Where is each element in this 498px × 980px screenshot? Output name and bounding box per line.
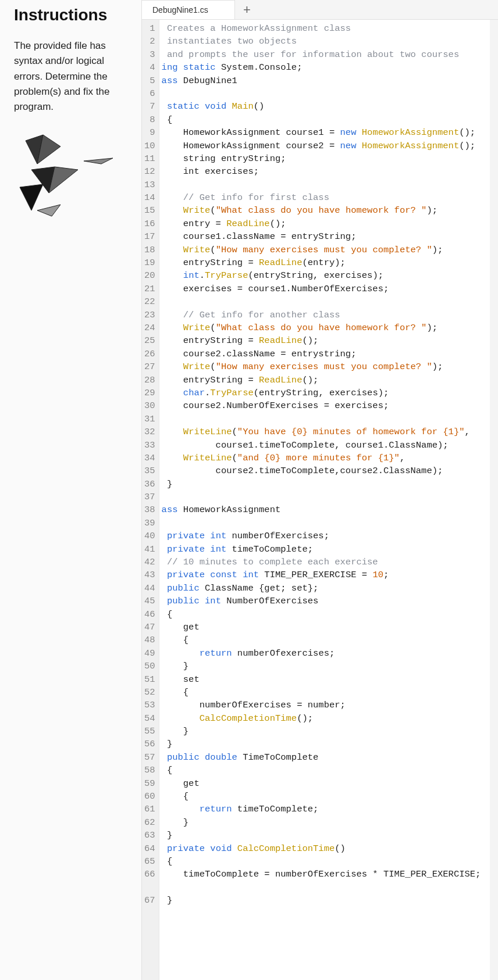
code-line[interactable]: Creates a HomeworkAssignment class xyxy=(162,22,498,35)
editor-panel: DebugNine1.cs + 123456789101112131415161… xyxy=(142,0,498,980)
code-line[interactable]: course2.className = entrystring; xyxy=(162,348,498,360)
code-line[interactable]: get xyxy=(162,621,498,634)
code-line[interactable]: course2.timeToComplete,course2.ClassName… xyxy=(162,464,498,477)
code-line[interactable]: course1.className = entryString; xyxy=(162,230,498,243)
code-line[interactable]: public ClassName {get; set}; xyxy=(162,582,498,595)
line-number: 54 xyxy=(144,712,155,725)
code-line[interactable]: and prompts the user for information abo… xyxy=(162,48,498,61)
code-line[interactable]: numberOfExercises = number; xyxy=(162,699,498,711)
code-line[interactable]: } xyxy=(162,816,498,829)
svg-marker-5 xyxy=(84,158,113,164)
line-number: 61 xyxy=(144,803,155,816)
svg-marker-6 xyxy=(37,205,61,216)
line-number: 19 xyxy=(144,256,155,269)
code-line[interactable]: static void Main() xyxy=(162,100,498,113)
code-line[interactable]: } xyxy=(162,660,498,673)
code-line[interactable]: { xyxy=(162,764,498,777)
code-line[interactable]: { xyxy=(162,608,498,621)
vertical-scrollbar[interactable] xyxy=(490,20,498,980)
code-line[interactable]: // Get info for first class xyxy=(162,191,498,204)
line-number: 29 xyxy=(144,387,155,399)
code-line[interactable]: ass HomeworkAssignment xyxy=(162,503,498,516)
code-line[interactable] xyxy=(162,517,498,530)
line-number: 2 xyxy=(144,35,155,48)
code-line[interactable]: private int timeToComplete; xyxy=(162,543,498,556)
code-line[interactable]: private void CalcCompletionTime() xyxy=(162,842,498,855)
code-line[interactable]: return numberOfexercises; xyxy=(162,647,498,660)
code-line[interactable]: { xyxy=(162,686,498,699)
code-line[interactable]: } xyxy=(162,478,498,491)
line-number: 7 xyxy=(144,100,155,113)
code-line[interactable]: WriteLine("and {0} more minutes for {1}"… xyxy=(162,452,498,464)
line-number: 10 xyxy=(144,140,155,152)
code-line[interactable]: return timeToComplete; xyxy=(162,803,498,816)
code-line[interactable] xyxy=(162,87,498,100)
line-number: 25 xyxy=(144,334,155,347)
code-line[interactable]: private const int TIME_PER_EXERCISE = 10… xyxy=(162,568,498,581)
code-line[interactable]: ass DebugNine1 xyxy=(162,74,498,87)
line-number: 13 xyxy=(144,178,155,191)
code-line[interactable]: timeToComplete = numberOfExercises * TIM… xyxy=(162,868,498,881)
code-line[interactable]: HomeworkAssignment course1 = new Homewor… xyxy=(162,126,498,139)
line-number: 33 xyxy=(144,439,155,452)
code-line[interactable]: } xyxy=(162,894,498,907)
code-line[interactable]: { xyxy=(162,790,498,803)
code-line[interactable]: Write("How many exercises must you compl… xyxy=(162,244,498,256)
code-line[interactable]: instantiates two objects xyxy=(162,35,498,48)
line-number: 16 xyxy=(144,217,155,230)
line-number: 47 xyxy=(144,621,155,634)
code-line[interactable]: entry = ReadLine(); xyxy=(162,217,498,230)
code-line[interactable]: // Get info for another class xyxy=(162,309,498,321)
code-line[interactable]: get xyxy=(162,777,498,790)
code-line[interactable]: course2.NumberOfExercises = exercises; xyxy=(162,399,498,412)
line-number: 49 xyxy=(144,647,155,660)
code-line[interactable] xyxy=(162,491,498,503)
code-line[interactable]: int.TryParse(entryString, exercises); xyxy=(162,269,498,282)
code-line[interactable]: ing static System.Console; xyxy=(162,61,498,74)
code-line[interactable]: HomeworkAssignment course2 = new Homewor… xyxy=(162,140,498,152)
code-line[interactable]: entryString = ReadLine(); xyxy=(162,334,498,347)
code-line[interactable]: entryString = ReadLine(); xyxy=(162,374,498,387)
line-number: 24 xyxy=(144,321,155,334)
code-line[interactable]: { xyxy=(162,113,498,126)
code-line[interactable]: entryString = ReadLine(entry); xyxy=(162,256,498,269)
code-line[interactable]: Write("What class do you have homework f… xyxy=(162,321,498,334)
code-area[interactable]: Creates a HomeworkAssignment class insta… xyxy=(159,20,498,980)
code-line[interactable]: { xyxy=(162,855,498,868)
code-line[interactable]: } xyxy=(162,829,498,842)
code-line[interactable]: char.TryParse(entryString, exercises); xyxy=(162,387,498,399)
code-line[interactable] xyxy=(162,413,498,425)
code-line[interactable]: int exercises; xyxy=(162,165,498,178)
code-line[interactable]: CalcCompletionTime(); xyxy=(162,712,498,725)
code-line[interactable]: public double TimeToComplete xyxy=(162,751,498,764)
line-number: 34 xyxy=(144,452,155,464)
code-line[interactable]: exercises = course1.NumberOfExercises; xyxy=(162,282,498,295)
code-editor[interactable]: 1234567891011121314151617181920212223242… xyxy=(142,20,498,980)
line-number: 3 xyxy=(144,48,155,61)
code-line[interactable]: } xyxy=(162,725,498,738)
code-line[interactable] xyxy=(162,881,498,894)
line-number: 37 xyxy=(144,491,155,503)
code-line[interactable]: set xyxy=(162,673,498,686)
code-line[interactable]: string entryString; xyxy=(162,152,498,165)
line-number: 6 xyxy=(144,87,155,100)
code-line[interactable]: private int numberOfExercises; xyxy=(162,530,498,542)
line-gutter: 1234567891011121314151617181920212223242… xyxy=(142,20,159,980)
code-line[interactable]: course1.timeToComplete, course1.ClassNam… xyxy=(162,439,498,452)
code-line[interactable] xyxy=(162,295,498,308)
tab-add-button[interactable]: + xyxy=(235,0,259,19)
code-line[interactable]: // 10 minutes to complete each exercise xyxy=(162,556,498,568)
code-line[interactable]: Write("What class do you have homework f… xyxy=(162,204,498,217)
tab-file[interactable]: DebugNine1.cs xyxy=(142,0,235,19)
code-line[interactable]: public int NumberOfExercises xyxy=(162,595,498,607)
code-line[interactable]: Write("How many exercises must you compl… xyxy=(162,360,498,373)
code-line[interactable]: WriteLine("You have {0} minutes of homew… xyxy=(162,425,498,438)
tab-bar: DebugNine1.cs + xyxy=(142,0,498,20)
code-line[interactable] xyxy=(162,178,498,191)
line-number xyxy=(144,881,155,894)
line-number: 31 xyxy=(144,413,155,425)
code-line[interactable]: { xyxy=(162,634,498,646)
line-number: 40 xyxy=(144,530,155,542)
line-number: 14 xyxy=(144,191,155,204)
code-line[interactable]: } xyxy=(162,738,498,750)
